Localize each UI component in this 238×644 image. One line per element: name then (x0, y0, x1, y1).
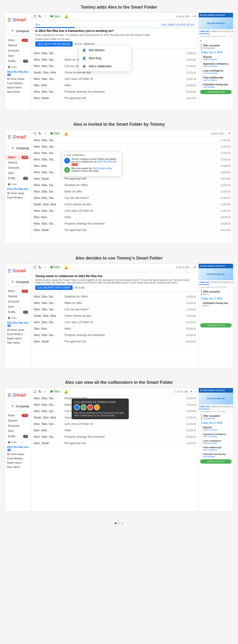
tab-notes[interactable]: NOTES (222, 29, 231, 34)
nav-snoozed-2[interactable]: Snoozed (5, 165, 31, 170)
nav-drafts-2[interactable]: Drafts 19 (5, 176, 31, 181)
nav-drafts-4[interactable]: Drafts 19 (5, 434, 31, 439)
folio-item-4-3[interactable]: Carol Winters (5, 456, 31, 460)
tab-contacts-3[interactable]: CONTACTS (210, 280, 222, 285)
nav-sent[interactable]: Sent (5, 53, 31, 58)
email-row[interactable]: Alice, Stan, Sar...Deadline for offers11… (31, 294, 198, 300)
checkbox-icon-2[interactable]: ☐ (34, 132, 37, 136)
folio-item-2-1[interactable]: 2112 Rio Rita Ave (5, 187, 31, 191)
upgrade-folio-button[interactable]: UPGRADE FOLIO (200, 90, 231, 94)
settings-icon-2[interactable]: ⚙ (228, 132, 231, 135)
folio-item-2[interactable]: 38 Omer views (5, 77, 31, 81)
refresh-icon-3[interactable]: ↻ (39, 266, 41, 269)
email-row[interactable]: Alice, Stan, Sar... Property viewings th… (31, 89, 198, 95)
btn-decline[interactable]: DECLINE (75, 286, 85, 290)
folio-item-3-2[interactable]: 38 Omer views (5, 328, 31, 332)
prev-icon-4[interactable]: ‹ (193, 390, 194, 393)
email-row[interactable]: Alice, SarahPre-approval info10/14/18 (31, 227, 233, 233)
bell-icon-2[interactable]: 🔔 (64, 132, 68, 136)
dropdown-item-alex[interactable]: 👤 Alex Murano (79, 46, 131, 54)
tab-documents-4[interactable]: DOCUMENTS (231, 404, 233, 409)
folio-item-4-4[interactable]: Sarah Harris (5, 460, 31, 465)
email-row[interactable]: Alice, Stan, Sar...Make an offer...11/03… (31, 188, 233, 195)
folio-item-4-5[interactable]: Stan Harris (5, 465, 31, 469)
more-icon-3[interactable]: ⋮ (43, 266, 47, 269)
folio-item-3-5[interactable]: Stan Harris (5, 340, 31, 345)
next-icon-4[interactable]: › (195, 390, 196, 393)
email-row[interactable]: Stan, AliceHello10/28/18 (31, 214, 233, 220)
checkbox-icon[interactable]: ☐ (34, 14, 37, 18)
email-row[interactable]: Alice, Stan, Sar...11/03/18 (31, 137, 233, 144)
tab-timeline[interactable]: TIMELINE (199, 29, 210, 34)
tab-timeline-4[interactable]: TIMELINE (199, 404, 210, 409)
nav-inbox-3[interactable]: Inbox 254 (5, 288, 31, 294)
folio-item-3-4[interactable]: Sarah Harris (5, 336, 31, 340)
compose-button-4[interactable]: + Compose (7, 402, 29, 411)
more-icon-2[interactable]: ⋮ (43, 132, 47, 136)
email-row[interactable]: Alice, Stan, Sar...Property viewings thi… (31, 220, 233, 227)
prev-icon[interactable]: ‹ (190, 15, 191, 18)
tab-documents[interactable]: DOCUMENTS (231, 29, 233, 34)
compose-button-3[interactable]: + Compose (7, 277, 29, 286)
refresh-icon-2[interactable]: ↻ (39, 132, 41, 136)
folio-item-3-3[interactable]: Carol Winters (5, 332, 31, 336)
nav-starred-2[interactable]: Starred (5, 160, 31, 165)
email-row[interactable]: Sarah, Stan, AliceSome homes we like...1… (31, 201, 233, 208)
checkbox-icon-4[interactable]: ☐ (34, 390, 37, 394)
email-row[interactable]: Stan, Alice Hello 10/28/18 (31, 82, 198, 89)
close-search-icon[interactable]: ✕ (190, 390, 192, 393)
folio-item-4-2[interactable]: 38 Omer views (5, 452, 31, 456)
compose-button-2[interactable]: + Compose (7, 144, 29, 153)
folio-item-2-3[interactable]: Carol Winters (5, 195, 31, 200)
email-row[interactable]: Alice, Stan, Sar...Let's view 123 Main S… (31, 208, 233, 214)
nav-starred[interactable]: Starred (5, 43, 31, 48)
tab-contacts[interactable]: CONTACTS (210, 29, 222, 34)
prev-icon-3[interactable]: ‹ (190, 266, 191, 269)
folio-item-5[interactable]: Stan Harris (5, 90, 31, 94)
tab-contacts-4[interactable]: CONTACTS (210, 404, 222, 409)
nav-sent-2[interactable]: Sent (5, 170, 31, 176)
hamburger-icon[interactable]: ☰ (7, 17, 11, 22)
hamburger-icon-3[interactable]: ☰ (7, 268, 11, 274)
email-row[interactable]: Stan, AliceHello10/28/18 (31, 326, 198, 332)
more-options-icon-3[interactable]: ⋮ (229, 265, 231, 267)
email-row[interactable]: Alice, Stan, Sar...Let's view 123 Main S… (31, 319, 198, 326)
upgrade-folio-button-4[interactable]: UPGRADE FOLIO (200, 459, 231, 464)
folio-item-1[interactable]: 2812 Rio Rita Ave 8 (5, 70, 31, 77)
email-row[interactable]: Stan, AliceHello10/28/18 (31, 163, 233, 169)
email-row[interactable]: Alice, SarahPre-approval info10/14/18 (31, 440, 198, 446)
more-options-icon-4[interactable]: ⋮ (229, 389, 231, 392)
dropdown-item-alice[interactable]: 👤 Alice King (79, 54, 131, 62)
email-row[interactable]: Alice, Stan, Sar...Can we see these?11/0… (31, 195, 233, 201)
folio-item-2-2[interactable]: 38 Omer views (5, 191, 31, 195)
nav-drafts-3[interactable]: Drafts 19 (5, 310, 31, 315)
bell-icon-3[interactable]: 🔔 (64, 266, 68, 269)
tab-documents-3[interactable]: DOCUMENTS (231, 280, 233, 285)
email-row[interactable]: Alice, Stan, Sar...Deadline for offers11… (31, 182, 233, 188)
tab-notes-3[interactable]: NOTES (222, 280, 231, 285)
more-icon[interactable]: ⋮ (43, 14, 47, 18)
email-row[interactable]: Alice, Stan, Sar...Property viewings thi… (31, 332, 198, 338)
skip-button[interactable]: SKIP SMART FOLDER SETUP (161, 24, 194, 26)
dot-2[interactable] (118, 522, 120, 524)
email-row[interactable]: Alice, Stan, Sar...Property viewings thi… (31, 434, 198, 440)
nav-starred-3[interactable]: Starred (5, 294, 31, 299)
tab-notes-4[interactable]: NOTES (222, 404, 231, 409)
compose-button[interactable]: + Compose (7, 26, 29, 36)
add-icon[interactable]: + (200, 39, 201, 42)
email-row[interactable]: Alice, Stan, Sar...Make an offer...11/03… (31, 300, 198, 306)
bell-icon-4[interactable]: 🔔 (64, 390, 68, 394)
nav-snoozed[interactable]: Snoozed (5, 48, 31, 53)
checkbox-icon-3[interactable]: ☐ (34, 266, 37, 269)
dot-3[interactable] (121, 522, 123, 524)
settings-icon-3[interactable]: ⚙ (194, 266, 196, 269)
nav-inbox[interactable]: Inbox 234 (5, 38, 31, 43)
email-row[interactable]: Alice, SarahPre-approval info10/14/18 (31, 338, 198, 345)
hamburger-icon-4[interactable]: ☰ (7, 392, 11, 398)
nav-snoozed-3[interactable]: Snoozed (5, 299, 31, 304)
email-row[interactable]: Alice, Stan, Sar... Let's view 123 Main … (31, 76, 198, 82)
next-icon-2[interactable]: › (226, 132, 227, 135)
hamburger-icon-2[interactable]: ☰ (7, 134, 11, 140)
email-row[interactable]: Stan, AliceHello10/28/18 (31, 427, 198, 434)
bell-icon[interactable]: 🔔 (64, 14, 68, 18)
